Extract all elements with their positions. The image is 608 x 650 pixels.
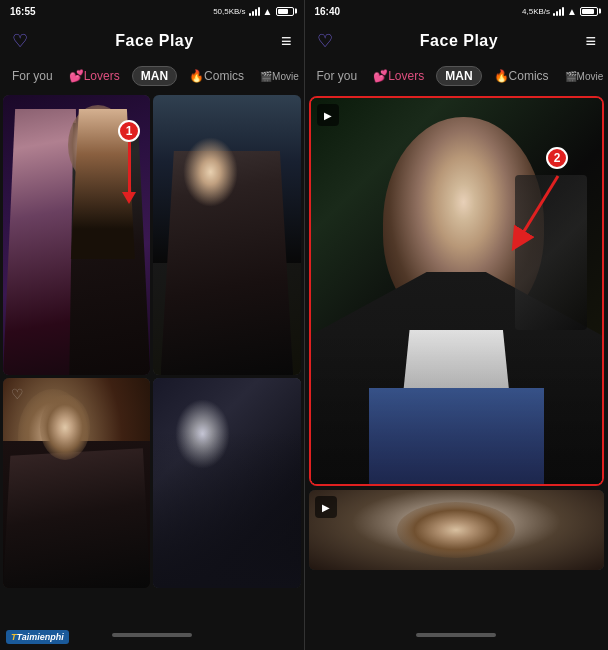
menu-button-left[interactable]: ≡	[281, 31, 292, 52]
signal-icon-left	[249, 6, 260, 16]
tab-man-left[interactable]: MAN	[132, 66, 177, 86]
grid-left: ♡	[0, 92, 304, 620]
tab-lovers-left[interactable]: 💕Lovers	[65, 67, 124, 85]
heart-logo-right: ♡	[317, 30, 333, 52]
image-cell-anime[interactable]	[153, 95, 300, 375]
content-area-left: ♡ 1	[0, 92, 304, 620]
main-video-card[interactable]: ▶	[309, 96, 605, 486]
tab-lovers-right[interactable]: 💕Lovers	[369, 67, 428, 85]
data-speed-left: 50,5KB/s	[213, 7, 245, 16]
status-bar-right: 16:40 4,5KB/s ▲	[305, 0, 609, 22]
image-cell-girl[interactable]	[3, 95, 150, 375]
status-bar-left: 16:55 50,5KB/s ▲	[0, 0, 304, 22]
tabs-right: For you 💕Lovers MAN 🔥Comics 🎬Movie	[305, 60, 609, 92]
app-header-left: ♡ Face Play ≡	[0, 22, 304, 60]
left-phone-panel: 16:55 50,5KB/s ▲ ♡ Face Play ≡ For you 💕…	[0, 0, 304, 650]
data-speed-right: 4,5KB/s	[522, 7, 550, 16]
bottom-nav-right	[305, 620, 609, 650]
tabs-left: For you 💕Lovers MAN 🔥Comics 🎬Movie	[0, 60, 304, 92]
tab-man-right[interactable]: MAN	[436, 66, 481, 86]
image-cell-boy-photo[interactable]: ♡	[3, 378, 150, 588]
content-area-right: ▶ 2 ▶	[305, 92, 609, 620]
wifi-icon-right: ▲	[567, 6, 577, 17]
play-badge-main[interactable]: ▶	[317, 104, 339, 126]
app-title-right: Face Play	[420, 32, 498, 50]
battery-right	[580, 7, 598, 16]
home-indicator-left	[112, 633, 192, 637]
status-icons-right: 4,5KB/s ▲	[522, 6, 598, 17]
bottom-image-row-left: ♡	[3, 378, 301, 588]
tab-for-you-left[interactable]: For you	[8, 67, 57, 85]
app-header-right: ♡ Face Play ≡	[305, 22, 609, 60]
tab-comics-left[interactable]: 🔥Comics	[185, 67, 248, 85]
wifi-icon-left: ▲	[263, 6, 273, 17]
app-title-left: Face Play	[115, 32, 193, 50]
top-image-row-left	[3, 95, 301, 375]
time-left: 16:55	[10, 6, 36, 17]
image-cell-anime-boy[interactable]	[153, 378, 300, 588]
man-photo	[311, 98, 603, 484]
bottom-video-strip[interactable]: ▶	[309, 490, 605, 570]
tab-for-you-right[interactable]: For you	[313, 67, 362, 85]
watermark: TTaimienphi	[6, 630, 69, 644]
tab-comics-right[interactable]: 🔥Comics	[490, 67, 553, 85]
bottom-strip-photo	[309, 490, 605, 570]
battery-left	[276, 7, 294, 16]
status-icons-left: 50,5KB/s ▲	[213, 6, 293, 17]
right-phone-panel: 16:40 4,5KB/s ▲ ♡ Face Play ≡ For you 💕L…	[305, 0, 609, 650]
menu-button-right[interactable]: ≡	[585, 31, 596, 52]
heart-logo-left: ♡	[12, 30, 28, 52]
tab-movie-right[interactable]: 🎬Movie	[561, 69, 608, 84]
signal-icon-right	[553, 6, 564, 16]
time-right: 16:40	[315, 6, 341, 17]
home-indicator-right	[416, 633, 496, 637]
tab-movie-left[interactable]: 🎬Movie	[256, 69, 303, 84]
play-badge-strip[interactable]: ▶	[315, 496, 337, 518]
